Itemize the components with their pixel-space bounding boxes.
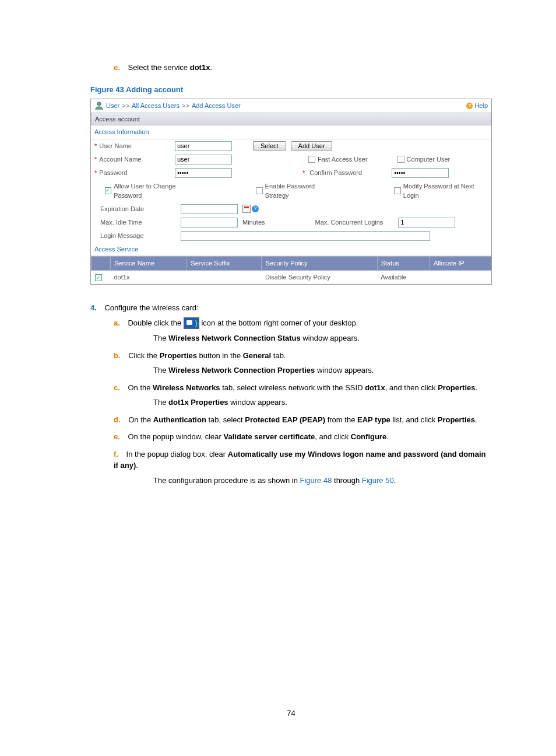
step-4c-letter: c. (114, 383, 120, 392)
section-access-info: Access Information (91, 125, 491, 139)
step-4b-pre: Click the (128, 351, 159, 360)
step-4f-letter: f. (114, 450, 118, 459)
step-4d-mid: tab, select (206, 415, 245, 424)
step-4d-dot: . (475, 415, 477, 424)
cell-service-name: dot1x (111, 270, 187, 284)
step-4a-bold: Wireless Network Connection Status (168, 334, 301, 342)
step-4b-b1: Properties (160, 351, 197, 360)
step-e-bold: dot1x (190, 63, 210, 72)
step-4f-pre: In the popup dialog box, clear (126, 450, 228, 459)
step-4c-dot: . (475, 383, 477, 392)
step-4d-post: list, and click (390, 415, 438, 424)
input-concurrent[interactable] (398, 218, 455, 228)
input-idle[interactable] (181, 218, 238, 228)
step-4d-letter: d. (114, 415, 121, 424)
step-4e-mid: , and click (315, 432, 350, 441)
page-number: 74 (90, 708, 492, 719)
step-4d-b2: Protected EAP (PEAP) (245, 415, 325, 424)
step-4f-mid: through (332, 476, 361, 485)
step-4a-letter: a. (114, 318, 120, 327)
checkbox-service-dot1x[interactable]: ✓ (95, 274, 102, 281)
label-computer-user: Computer User (407, 155, 451, 164)
step-4d-mid2: from the (325, 415, 357, 424)
step-4c-bold: dot1x Properties (168, 398, 228, 407)
label-fast-access: Fast Access User (318, 155, 368, 164)
step-e-post: . (210, 63, 212, 72)
th-security-policy: Security Policy (262, 257, 377, 271)
input-account-name[interactable] (175, 155, 232, 164)
input-expiration[interactable] (181, 204, 238, 214)
help-label: Help (474, 101, 488, 111)
label-expiration: Expiration Date (100, 204, 144, 214)
input-login-msg[interactable] (181, 231, 430, 241)
step-4-title: Configure the wireless card: (104, 303, 198, 312)
label-allow-change: Allow User to Change Password (114, 181, 202, 201)
step-4c-b3: Properties (438, 383, 475, 392)
unit-minutes: Minutes (242, 218, 265, 228)
step-4-num: 4. (90, 303, 97, 312)
help-expiration-icon[interactable]: ? (252, 205, 259, 212)
step-4c-mid: tab, select wireless network with the SS… (220, 383, 365, 392)
th-service-name: Service Name (111, 257, 187, 271)
figure-50-link[interactable]: Figure 50 (362, 476, 394, 485)
calendar-icon[interactable] (242, 205, 251, 213)
step-4d-b3: EAP type (357, 415, 390, 424)
checkbox-strategy[interactable] (256, 187, 263, 194)
step-4d-pre: On the (128, 415, 153, 424)
th-service-suffix: Service Suffix (187, 257, 262, 271)
figure-caption: Figure 43 Adding account (90, 84, 492, 96)
step-4c-b2: dot1x (365, 383, 385, 392)
step-4c-post: , and then click (385, 383, 438, 392)
input-user-name[interactable] (175, 141, 232, 151)
label-password: Password (99, 168, 127, 178)
step-4c-after: The (153, 398, 168, 407)
step-4e-pre: On the popup window, clear (128, 432, 223, 441)
step-4b-b2: General (243, 351, 271, 360)
input-password[interactable] (175, 168, 232, 178)
user-icon (94, 101, 104, 110)
step-4c-b1: Wireless Networks (153, 383, 220, 392)
add-user-button[interactable]: Add User (291, 141, 333, 150)
service-table: Service Name Service Suffix Security Pol… (91, 256, 491, 284)
figure-48-link[interactable]: Figure 48 (300, 476, 332, 485)
checkbox-fast-access[interactable] (308, 156, 315, 163)
table-row: ✓ dot1x Disable Security Policy Availabl… (92, 270, 491, 284)
step-4b-after: The (153, 366, 168, 374)
wireless-tray-icon (184, 317, 199, 329)
step-4e-b2: Configure (351, 432, 386, 441)
step-4d-b4: Properties (438, 415, 475, 424)
step-4e-dot: . (386, 432, 389, 441)
step-4e-letter: e. (114, 432, 120, 441)
checkbox-next-login[interactable] (394, 187, 401, 194)
label-concurrent: Max. Concurrent Logins (315, 218, 383, 228)
label-confirm-password: Confirm Password (309, 168, 362, 178)
breadcrumb-all[interactable]: All Access Users (132, 101, 180, 111)
checkbox-allow-change[interactable]: ✓ (105, 187, 112, 194)
select-button[interactable]: Select (253, 141, 286, 150)
breadcrumb-user[interactable]: User (106, 101, 119, 111)
help-link[interactable]: ? Help (466, 101, 488, 111)
checkbox-computer-user[interactable] (397, 156, 404, 163)
step-e-text-pre: Select the service (128, 63, 189, 72)
help-icon: ? (466, 103, 473, 109)
step-4c-after2: window appears. (228, 398, 287, 407)
svg-point-0 (97, 102, 101, 106)
th-status: Status (377, 257, 430, 271)
label-account-name: Account Name (99, 155, 141, 164)
step-4a-after: The (153, 334, 168, 342)
step-4c-pre: On the (128, 383, 153, 392)
breadcrumb-add[interactable]: Add Access User (192, 101, 241, 111)
th-allocate-ip: Allocate IP (430, 257, 491, 271)
step-4a-after2: window appears. (301, 334, 360, 342)
section-access-account: Access account (91, 113, 491, 126)
label-user-name: User Name (99, 141, 132, 151)
step-4b-mid: button in the (197, 351, 243, 360)
input-confirm-password[interactable] (392, 168, 449, 178)
step-4b-post: tab. (271, 351, 286, 360)
cell-security-policy: Disable Security Policy (262, 270, 377, 284)
step-4e-b1: Validate server certificate (224, 432, 315, 441)
label-idle: Max. Idle Time (100, 218, 142, 228)
step-4f-dot2: . (394, 476, 396, 485)
step-letter-e: e. (114, 63, 120, 72)
step-4d-b1: Authentication (153, 415, 206, 424)
